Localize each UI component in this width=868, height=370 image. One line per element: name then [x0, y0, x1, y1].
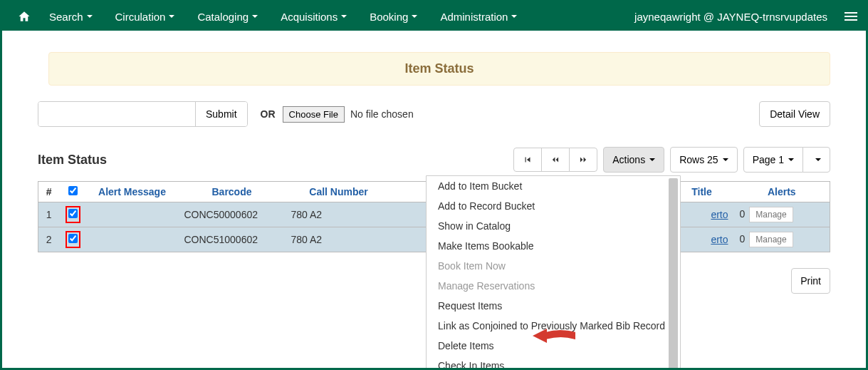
manage-alerts-button[interactable]: Manage	[749, 232, 793, 247]
main-navbar: Search Circulation Cataloging Acquisitio…	[2, 2, 866, 31]
nav-cataloging-label: Cataloging	[197, 11, 249, 23]
first-page-button[interactable]	[513, 148, 542, 172]
cell-alert	[86, 202, 179, 227]
rows-label: Rows 25	[679, 154, 718, 165]
svg-marker-0	[533, 329, 547, 343]
manage-alerts-button[interactable]: Manage	[749, 207, 793, 222]
page-title: Item Status	[404, 61, 474, 76]
nav-cataloging[interactable]: Cataloging	[197, 11, 258, 23]
nav-search[interactable]: Search	[49, 11, 93, 23]
select-all-checkbox[interactable]	[68, 186, 78, 195]
action-check-in-items[interactable]: Check In Items	[427, 356, 680, 368]
or-label: OR	[261, 108, 276, 120]
nav-circulation[interactable]: Circulation	[115, 11, 175, 23]
actions-button[interactable]: Actions	[603, 147, 664, 173]
action-add-item-bucket[interactable]: Add to Item Bucket	[427, 176, 680, 196]
action-add-record-bucket[interactable]: Add to Record Bucket	[427, 196, 680, 216]
nav-administration-label: Administration	[440, 11, 508, 23]
caret-down-icon	[649, 158, 655, 161]
nav-administration[interactable]: Administration	[440, 11, 517, 23]
col-barcode[interactable]: Barcode	[179, 182, 286, 202]
next-page-button[interactable]	[569, 148, 597, 172]
page-select-button[interactable]: Page 1	[743, 147, 803, 173]
barcode-input[interactable]	[38, 102, 195, 126]
col-alert[interactable]: Alert Message	[86, 182, 179, 202]
barcode-search-group: Submit	[38, 101, 248, 127]
caret-down-icon	[412, 15, 417, 18]
caret-down-icon	[252, 15, 258, 18]
nav-acquisitions-label: Acquisitions	[281, 11, 338, 23]
caret-down-icon	[723, 158, 728, 161]
home-icon[interactable]	[18, 10, 31, 23]
grid-toolbar: Actions Rows 25 Page 1	[513, 147, 830, 173]
section-header: Item Status Actions	[38, 147, 830, 173]
pager-nav-group	[513, 148, 597, 172]
action-make-bookable[interactable]: Make Items Bookable	[427, 236, 680, 256]
row-checkbox[interactable]	[68, 209, 78, 218]
action-manage-reservations: Manage Reservations	[427, 276, 680, 296]
menu-icon[interactable]	[845, 12, 857, 21]
nav-search-label: Search	[49, 11, 83, 23]
page-label: Page 1	[753, 154, 784, 165]
cell-title-link[interactable]: erto	[711, 234, 728, 245]
search-row: Submit OR Choose File No file chosen Det…	[38, 101, 830, 127]
nav-acquisitions[interactable]: Acquisitions	[281, 11, 347, 23]
col-title-label: Title	[691, 186, 712, 197]
alerts-count: 0	[740, 233, 746, 245]
nav-booking-label: Booking	[370, 11, 408, 23]
row-checkbox[interactable]	[68, 234, 78, 243]
house-icon	[18, 10, 31, 23]
callout-arrow-icon	[533, 327, 575, 345]
first-page-icon	[523, 155, 533, 165]
submit-button[interactable]: Submit	[195, 102, 247, 126]
choose-file-button[interactable]: Choose File	[283, 106, 345, 123]
actions-label: Actions	[612, 154, 645, 165]
col-alerts[interactable]: Alerts	[734, 182, 830, 202]
action-show-catalog[interactable]: Show in Catalog	[427, 216, 680, 236]
caret-down-icon	[788, 158, 794, 161]
alerts-count: 0	[740, 208, 746, 220]
cell-call: 780 A2	[286, 202, 392, 227]
prev-page-button[interactable]	[541, 148, 570, 172]
column-picker-button[interactable]	[802, 147, 830, 173]
caret-down-icon	[87, 15, 93, 18]
col-num[interactable]: #	[38, 182, 60, 202]
cell-call: 780 A2	[286, 227, 392, 252]
cell-barcode: CONC50000602	[179, 202, 286, 227]
nav-circulation-label: Circulation	[115, 11, 166, 23]
section-title: Item Status	[38, 153, 107, 168]
action-request-items[interactable]: Request Items	[427, 296, 680, 316]
no-file-label: No file chosen	[350, 108, 414, 120]
row-number: 2	[38, 227, 60, 252]
dropdown-scrollbar[interactable]	[669, 178, 678, 368]
print-button[interactable]: Print	[791, 268, 830, 294]
nav-booking[interactable]: Booking	[370, 11, 417, 23]
row-number: 1	[38, 202, 60, 227]
col-select-all[interactable]	[60, 182, 86, 202]
next-page-icon	[578, 155, 588, 165]
caret-down-icon	[511, 15, 517, 18]
cell-alert	[86, 227, 179, 252]
caret-down-icon	[169, 15, 174, 18]
cell-barcode: CONC51000602	[179, 227, 286, 252]
page-title-banner: Item Status	[48, 52, 830, 86]
col-call[interactable]: Call Number	[286, 182, 392, 202]
page-content: Item Status Submit OR Choose File No fil…	[2, 31, 866, 368]
prev-page-icon	[550, 155, 560, 165]
cell-title-link[interactable]: erto	[711, 209, 728, 220]
detail-view-button[interactable]: Detail View	[759, 101, 830, 127]
caret-down-icon	[815, 158, 821, 161]
caret-down-icon	[341, 15, 347, 18]
results-table-wrap: # Alert Message Barcode Call Number Due …	[38, 181, 830, 252]
action-book-now: Book Item Now	[427, 256, 680, 276]
nav-user-label[interactable]: jayneqawright @ JAYNEQ-trnsrvupdates	[634, 11, 827, 23]
rows-per-page-button[interactable]: Rows 25	[670, 147, 737, 173]
